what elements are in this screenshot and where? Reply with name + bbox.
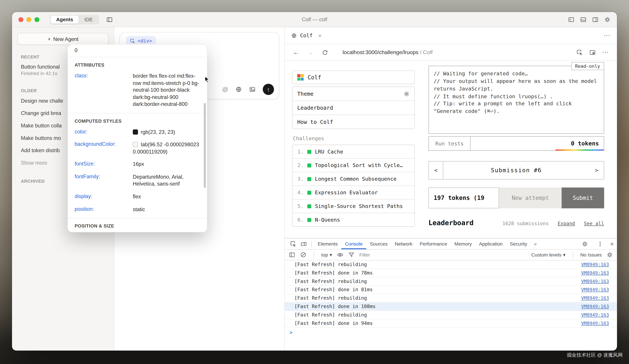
device-toolbar-icon[interactable]	[301, 241, 307, 247]
devtools-menu-icon[interactable]	[597, 241, 603, 247]
live-expression-eye-icon[interactable]	[337, 252, 343, 258]
readonly-badge: Read-only	[571, 62, 604, 70]
inspect-element-icon[interactable]	[290, 241, 297, 247]
window-title: Colf — colf	[302, 16, 327, 22]
console-source-link[interactable]: VM8949:163	[581, 278, 609, 284]
challenge-item[interactable]: 3. Longest Common Subsequence	[292, 172, 414, 185]
popup-scrollbar[interactable]	[204, 103, 206, 188]
next-submission-button[interactable]: >	[589, 162, 604, 179]
web-icon[interactable]	[236, 86, 242, 92]
tab-elements[interactable]: Elements	[314, 238, 341, 249]
brand-header[interactable]: Colf	[292, 71, 415, 84]
console-source-link[interactable]: VM8949:163	[581, 321, 609, 326]
style-label: backgroundColor:	[75, 141, 133, 147]
new-attempt-button[interactable]: New attempt	[499, 187, 562, 208]
attr-class-label: class:	[75, 73, 133, 79]
nav-how-to-colf[interactable]: How to Colf	[292, 115, 414, 129]
challenge-item[interactable]: 2. Topological Sort with Cycle…	[292, 158, 414, 172]
bottom-panel-icon[interactable]	[580, 16, 587, 23]
reload-icon[interactable]	[322, 49, 328, 55]
previous-submission-button[interactable]: <	[429, 162, 443, 179]
tab-security[interactable]: Security	[506, 238, 531, 249]
address-bar[interactable]: localhost:3000/challenge/lruops / Colf	[342, 49, 433, 55]
challenges-label: Challenges	[293, 135, 414, 142]
filter-input[interactable]: Filter	[359, 252, 370, 258]
site-nav: Theme Leaderboard How to Colf	[292, 87, 415, 129]
position-size-section: POSITION & SIZE top: 326px	[68, 218, 207, 232]
console-log-row[interactable]: [Fast Refresh] done in 78ms VM8949:163	[285, 269, 617, 277]
submit-button[interactable]: Submit	[562, 187, 604, 208]
image-attach-icon[interactable]	[249, 86, 255, 92]
nav-leaderboard[interactable]: Leaderboard	[292, 101, 414, 115]
log-levels-dropdown[interactable]: Custom levels ▾	[531, 252, 565, 258]
forward-button[interactable]: →	[307, 49, 314, 56]
console-source-link[interactable]: VM8949:163	[581, 312, 609, 318]
terminal-panel-icon[interactable]	[568, 16, 575, 23]
console-log-row[interactable]: [Fast Refresh] rebuilding VM8949:163	[285, 277, 617, 286]
close-devtools-icon[interactable]: ×	[610, 241, 614, 247]
clear-console-icon[interactable]	[300, 252, 307, 258]
tab-console[interactable]: Console	[341, 238, 366, 249]
titlebar: Agents IDE Colf — colf	[12, 12, 617, 27]
right-panel-icon[interactable]	[592, 16, 599, 23]
mention-icon[interactable]: @	[222, 86, 228, 92]
sun-icon[interactable]	[404, 91, 410, 97]
tab-performance[interactable]: Performance	[416, 238, 451, 249]
zoom-window-button[interactable]	[34, 17, 39, 22]
context-selector[interactable]: top ▾	[321, 252, 332, 258]
tests-row: Run tests 0 tokens	[428, 136, 604, 151]
send-button[interactable]: ↑	[263, 84, 274, 95]
attributes-section: ATTRIBUTES class: border flex flex-col m…	[68, 57, 207, 113]
console-settings-icon[interactable]	[607, 252, 613, 258]
close-window-button[interactable]	[18, 17, 23, 22]
challenge-number: 6.	[297, 217, 304, 223]
console-source-link[interactable]: VM8949:163	[581, 295, 609, 301]
console-source-link[interactable]: VM8949:163	[581, 304, 609, 309]
challenge-title: Expression Evaluator	[315, 189, 378, 196]
see-all-link[interactable]: See all	[584, 221, 604, 226]
picture-in-picture-icon[interactable]	[589, 49, 596, 55]
tab-memory[interactable]: Memory	[451, 238, 475, 249]
tab-ide[interactable]: IDE	[79, 15, 98, 24]
new-agent-button[interactable]: + New Agent	[17, 33, 109, 45]
tab-sources[interactable]: Sources	[366, 238, 391, 249]
console-log-row[interactable]: [Fast Refresh] rebuilding VM8949:163	[285, 311, 617, 319]
challenge-item[interactable]: 5. Single-Source Shortest Paths	[292, 199, 414, 213]
tab-application[interactable]: Application	[475, 238, 506, 249]
close-tab-icon[interactable]: ×	[318, 32, 321, 39]
minimize-window-button[interactable]	[26, 17, 31, 22]
devtools-settings-icon[interactable]	[582, 241, 588, 247]
console-log-row[interactable]: [Fast Refresh] done in 81ms VM8949:163	[285, 286, 617, 294]
tabbar-menu-icon[interactable]: ⋯	[604, 32, 611, 39]
style-label: fontFamily:	[75, 174, 133, 180]
context-label: top	[321, 252, 328, 258]
challenge-item[interactable]: 6. N-Queens	[292, 213, 414, 226]
run-tests-button[interactable]: Run tests	[428, 136, 470, 151]
challenge-item[interactable]: 4. Expression Evaluator	[292, 185, 414, 199]
back-button[interactable]: ←	[293, 49, 299, 56]
console-log-row[interactable]: [Fast Refresh] rebuilding VM8949:163	[285, 260, 617, 269]
console-log-row[interactable]: [Fast Refresh] done in 108ms VM8949:163	[285, 302, 617, 311]
browser-tab-colf[interactable]: Colf ×	[291, 32, 321, 39]
more-tabs-icon[interactable]: »	[531, 241, 540, 247]
console-source-link[interactable]: VM8949:163	[581, 262, 609, 267]
console-source-link[interactable]: VM8949:163	[581, 287, 609, 292]
console-prompt[interactable]: >	[285, 328, 617, 337]
style-value: 16px	[133, 161, 201, 168]
console-log-row[interactable]: [Fast Refresh] rebuilding VM8949:163	[285, 294, 617, 302]
tab-network[interactable]: Network	[391, 238, 416, 249]
console-sidebar-icon[interactable]	[289, 252, 295, 258]
console-log-row[interactable]: [Fast Refresh] done in 94ms VM8949:163	[285, 319, 617, 328]
tab-agents[interactable]: Agents	[51, 15, 79, 24]
sidebar-toggle-icon[interactable]	[107, 16, 113, 23]
code-line: // It must define function lruops(…) .	[434, 93, 599, 100]
settings-gear-icon[interactable]	[604, 16, 611, 23]
nav-theme[interactable]: Theme	[292, 87, 414, 101]
inspect-node-icon[interactable]	[577, 49, 583, 55]
console-source-link[interactable]: VM8949:163	[581, 270, 609, 275]
issues-counter[interactable]: No Issues	[580, 252, 602, 258]
console-log-text: [Fast Refresh] done in 108ms	[295, 304, 376, 309]
challenge-item[interactable]: 1. LRU Cache	[292, 145, 414, 158]
browser-menu-icon[interactable]: ⋯	[602, 49, 609, 56]
expand-link[interactable]: Expand	[558, 221, 575, 226]
